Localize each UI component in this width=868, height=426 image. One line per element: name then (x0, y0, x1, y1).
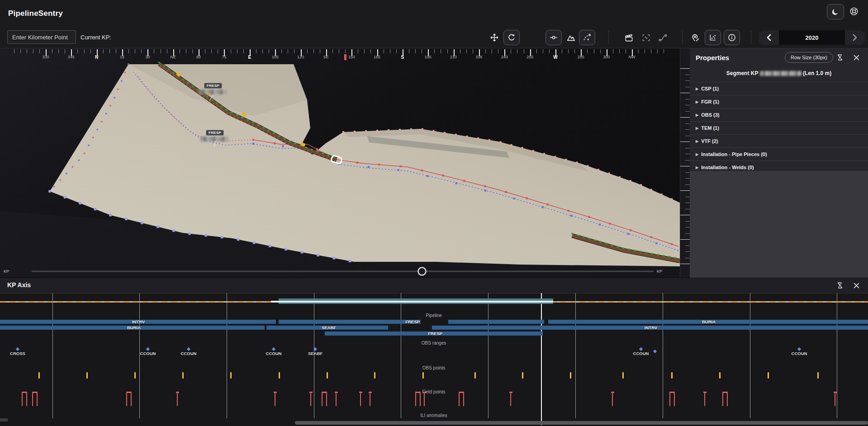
properties-row[interactable]: ▶CSP (1) (690, 82, 868, 95)
animation-button[interactable] (622, 31, 636, 44)
obs-range-label[interactable]: CCOUN (140, 351, 156, 356)
field-point-marker[interactable] (32, 392, 38, 406)
field-point-marker[interactable] (669, 392, 675, 406)
edge-blue-square (349, 260, 351, 263)
viewport-3d[interactable]: 330345N1530NE6075E105120SE150165S195210S… (0, 48, 680, 277)
pipeline-event-tag[interactable]: FRESP (206, 130, 224, 136)
edge-dot (97, 129, 99, 131)
info-button[interactable] (724, 30, 740, 45)
obs-range-label[interactable]: SEABF (308, 351, 323, 356)
scatter-chart-button[interactable] (705, 30, 721, 45)
compass-label: W (553, 55, 557, 60)
properties-row[interactable]: ▶Installation - Pipe Pieces (0) (690, 147, 868, 161)
edge-pink-dot (565, 159, 567, 161)
row-size-button[interactable]: Row Size (30px) (785, 52, 833, 63)
year-prev-button[interactable] (759, 30, 779, 45)
scrollbar-thumb[interactable] (295, 421, 868, 425)
frame-tool-button[interactable] (639, 31, 653, 44)
obs-point-marker[interactable] (230, 372, 232, 379)
field-point-marker[interactable] (611, 392, 614, 406)
obs-point-marker[interactable] (38, 372, 40, 379)
obs-point-marker[interactable] (719, 372, 721, 379)
obs-point-marker[interactable] (768, 372, 769, 379)
obs-range-label[interactable]: CCOUN (266, 351, 282, 356)
obs-range-label[interactable]: CCOUN (181, 351, 197, 356)
properties-row-label: VTF (2) (701, 138, 718, 144)
obs-point-marker[interactable] (671, 372, 673, 379)
obs-point-marker[interactable] (570, 372, 571, 379)
scrollbar-left-nub[interactable] (0, 418, 8, 421)
pin-edit-button[interactable] (688, 31, 702, 44)
compass-tick (447, 49, 448, 53)
properties-row[interactable]: ▶FGR (1) (690, 95, 868, 108)
kp-bar-segment[interactable] (448, 320, 544, 324)
obs-point-marker[interactable] (327, 372, 328, 379)
field-point-marker[interactable] (703, 392, 707, 406)
obs-point-marker[interactable] (86, 372, 88, 379)
compass-tick (237, 49, 237, 53)
rotate-view-button[interactable] (503, 30, 520, 45)
properties-row[interactable]: ▶VTF (2) (690, 134, 868, 147)
field-point-marker[interactable] (722, 392, 728, 406)
spline-tool-button[interactable] (656, 31, 669, 44)
obs-point-marker[interactable] (474, 372, 476, 379)
hourglass-disable-button[interactable] (835, 281, 844, 290)
pipeline-event-tag[interactable]: FRESP (204, 83, 222, 89)
close-icon (853, 54, 860, 61)
field-point-marker[interactable] (369, 392, 372, 406)
close-properties-button[interactable] (852, 53, 861, 62)
point-on-line-button[interactable] (545, 30, 562, 45)
field-point-marker[interactable] (176, 392, 179, 406)
obs-point-marker[interactable] (622, 372, 624, 379)
kp-input[interactable] (7, 30, 76, 44)
obs-point-marker[interactable] (817, 372, 819, 379)
obs-range-label[interactable]: CCOUN (633, 351, 649, 356)
hourglass-disable-button[interactable] (835, 53, 844, 62)
obs-diamond-icon (797, 347, 801, 351)
edge-dot (109, 105, 111, 107)
obs-point-marker[interactable] (422, 372, 424, 379)
help-icon (849, 7, 859, 16)
kp-slider-handle[interactable] (418, 268, 426, 275)
kp-axis-header: KP Axis (0, 278, 868, 293)
field-point-marker[interactable] (415, 392, 421, 406)
properties-row[interactable]: ▶TEM (1) (690, 121, 868, 134)
field-point-marker[interactable] (509, 392, 512, 406)
obs-point-marker[interactable] (522, 372, 523, 379)
properties-row[interactable]: ▶OBS (3) (690, 108, 868, 121)
close-kp-axis-button[interactable] (852, 281, 861, 290)
field-point-marker[interactable] (834, 392, 837, 406)
obs-point-marker[interactable] (374, 372, 375, 379)
compass-label: S (401, 55, 404, 60)
compass-tick (205, 49, 205, 53)
field-point-marker[interactable] (359, 392, 362, 406)
obs-point-marker[interactable] (134, 372, 136, 379)
compass-tick (52, 49, 52, 53)
field-point-marker[interactable] (309, 392, 313, 406)
tag-redacted-line (200, 137, 228, 142)
field-point-marker[interactable] (335, 392, 338, 406)
terrain-button[interactable] (564, 31, 578, 44)
field-point-marker[interactable] (274, 392, 277, 406)
field-point-marker[interactable] (22, 392, 27, 406)
properties-row-label: TEM (1) (701, 125, 719, 131)
edge-pink-dot (477, 137, 479, 139)
field-point-marker[interactable] (459, 392, 464, 406)
obs-point-marker[interactable] (182, 372, 184, 379)
compass-tick (600, 49, 601, 53)
kp-bar-segment[interactable] (279, 320, 421, 324)
field-point-marker[interactable] (322, 392, 327, 406)
pan-button[interactable] (488, 31, 501, 44)
year-next-button[interactable] (845, 30, 865, 45)
kp-bar-label: FRESP (428, 331, 442, 336)
compass-label: 240 (501, 55, 508, 59)
obs-range-label[interactable]: CCOUN (792, 351, 807, 356)
curve-path-button[interactable] (579, 30, 595, 45)
obs-point-marker[interactable] (279, 372, 280, 379)
field-point-marker[interactable] (423, 392, 426, 406)
help-button[interactable] (849, 6, 859, 17)
field-point-marker[interactable] (126, 392, 132, 406)
kp-cursor-line[interactable] (541, 293, 542, 425)
dark-mode-button[interactable] (827, 4, 844, 19)
obs-range-label[interactable]: CROSS (10, 351, 25, 356)
